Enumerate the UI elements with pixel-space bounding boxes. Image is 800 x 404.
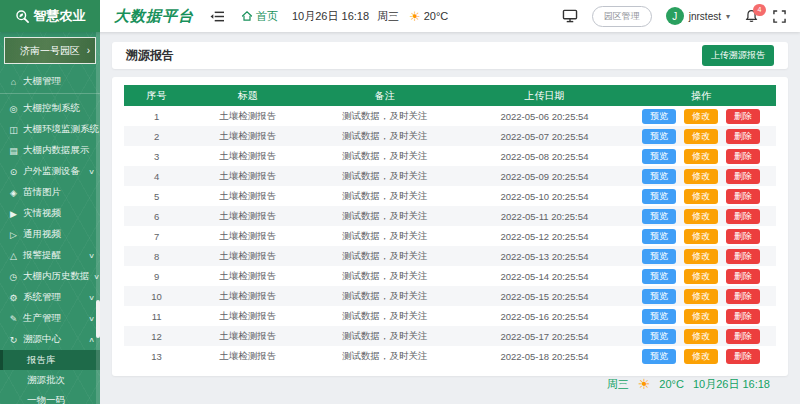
delete-button[interactable]: 删除 bbox=[726, 229, 760, 244]
table-row: 8土壤检测报告测试数据，及时关注2022-05-13 20:25:54预览修改删… bbox=[124, 246, 776, 266]
row-no: 10 bbox=[124, 286, 189, 306]
row-remark: 测试数据，及时关注 bbox=[307, 126, 463, 146]
modify-button[interactable]: 修改 bbox=[684, 129, 718, 144]
modify-button[interactable]: 修改 bbox=[684, 109, 718, 124]
preview-button[interactable]: 预览 bbox=[642, 169, 676, 184]
sun-icon: ☀ bbox=[409, 9, 421, 24]
modify-button[interactable]: 修改 bbox=[684, 249, 718, 264]
modify-button[interactable]: 修改 bbox=[684, 269, 718, 284]
sidebar-item-greenhouse-management[interactable]: ⌂大棚管理 bbox=[0, 70, 100, 94]
preview-button[interactable]: 预览 bbox=[642, 309, 676, 324]
column-header-no: 序号 bbox=[124, 85, 189, 106]
sidebar-scrollbar[interactable] bbox=[96, 32, 100, 404]
preview-button[interactable]: 预览 bbox=[642, 329, 676, 344]
row-actions: 预览修改删除 bbox=[626, 106, 776, 126]
preview-button[interactable]: 预览 bbox=[642, 249, 676, 264]
park-manage-button[interactable]: 园区管理 bbox=[592, 6, 652, 27]
modify-button[interactable]: 修改 bbox=[684, 349, 718, 364]
row-remark: 测试数据，及时关注 bbox=[307, 166, 463, 186]
sidebar-item-outdoor-monitoring-devices[interactable]: ⊙户外监测设备∨ bbox=[0, 161, 100, 182]
delete-button[interactable]: 删除 bbox=[726, 209, 760, 224]
monitor-icon[interactable] bbox=[562, 9, 578, 23]
sidebar-subitem-report-library[interactable]: 报告库 bbox=[0, 350, 100, 370]
modify-button[interactable]: 修改 bbox=[684, 309, 718, 324]
preview-button[interactable]: 预览 bbox=[642, 189, 676, 204]
modify-button[interactable]: 修改 bbox=[684, 169, 718, 184]
sidebar-item-label: 大棚内数据展示 bbox=[23, 144, 90, 157]
modify-button[interactable]: 修改 bbox=[684, 329, 718, 344]
delete-button[interactable]: 删除 bbox=[726, 309, 760, 324]
row-no: 6 bbox=[124, 206, 189, 226]
delete-button[interactable]: 删除 bbox=[726, 189, 760, 204]
preview-button[interactable]: 预览 bbox=[642, 289, 676, 304]
delete-button[interactable]: 删除 bbox=[726, 269, 760, 284]
preview-button[interactable]: 预览 bbox=[642, 349, 676, 364]
sidebar-subitem-trace-batches[interactable]: 溯源批次 bbox=[0, 370, 100, 390]
preview-button[interactable]: 预览 bbox=[642, 209, 676, 224]
fullscreen-icon[interactable] bbox=[773, 10, 786, 23]
sidebar-item-greenhouse-control-system[interactable]: ◎大棚控制系统 bbox=[0, 98, 100, 119]
park-name: 济南一号园区 bbox=[20, 44, 80, 58]
row-date: 2022-05-17 20:25:54 bbox=[463, 326, 626, 346]
sidebar-item-disaster-videos[interactable]: ▶灾情视频 bbox=[0, 203, 100, 224]
nav-home[interactable]: 首页 bbox=[241, 9, 278, 24]
preview-button[interactable]: 预览 bbox=[642, 129, 676, 144]
delete-button[interactable]: 删除 bbox=[726, 109, 760, 124]
sidebar-item-label: 大棚管理 bbox=[23, 75, 61, 88]
sidebar-item-label: 大棚控制系统 bbox=[23, 102, 80, 115]
sidebar-subitem-one-item-one-code[interactable]: 一物一码 bbox=[0, 390, 100, 404]
sidebar-item-alarm-reminders[interactable]: △报警提醒∨ bbox=[0, 245, 100, 266]
gear-icon: ⚙ bbox=[8, 293, 19, 303]
row-remark: 测试数据，及时关注 bbox=[307, 266, 463, 286]
delete-button[interactable]: 删除 bbox=[726, 169, 760, 184]
preview-button[interactable]: 预览 bbox=[642, 269, 676, 284]
username: jnrstest bbox=[689, 11, 721, 22]
park-selector[interactable]: 济南一号园区 › bbox=[4, 37, 96, 64]
modify-button[interactable]: 修改 bbox=[684, 189, 718, 204]
upload-report-button[interactable]: 上传溯源报告 bbox=[702, 45, 774, 66]
sidebar-item-general-videos[interactable]: ▷通用视频 bbox=[0, 224, 100, 245]
chevron-down-icon: ∨ bbox=[88, 252, 95, 260]
home-icon bbox=[241, 10, 253, 22]
row-title: 土壤检测报告 bbox=[189, 146, 306, 166]
delete-button[interactable]: 删除 bbox=[726, 249, 760, 264]
user-menu[interactable]: J jnrstest ▾ bbox=[666, 7, 730, 25]
sidebar-item-greenhouse-data-display[interactable]: ▤大棚内数据展示 bbox=[0, 140, 100, 161]
modify-button[interactable]: 修改 bbox=[684, 229, 718, 244]
table-row: 13土壤检测报告测试数据，及时关注2022-05-18 20:25:54预览修改… bbox=[124, 346, 776, 366]
modify-button[interactable]: 修改 bbox=[684, 289, 718, 304]
preview-button[interactable]: 预览 bbox=[642, 229, 676, 244]
chevron-down-icon: ∨ bbox=[88, 315, 95, 323]
sidebar-scrollbar-thumb[interactable] bbox=[96, 300, 100, 338]
sidebar-item-greenhouse-history-data[interactable]: ◷大棚内历史数据∨ bbox=[0, 266, 100, 287]
delete-button[interactable]: 删除 bbox=[726, 349, 760, 364]
delete-button[interactable]: 删除 bbox=[726, 149, 760, 164]
chevron-right-icon: › bbox=[87, 45, 90, 56]
sidebar-item-traceability-center[interactable]: ↻溯源中心∧ bbox=[0, 329, 100, 350]
collapse-menu-icon[interactable] bbox=[210, 10, 225, 23]
delete-button[interactable]: 删除 bbox=[726, 289, 760, 304]
sidebar-item-system-management[interactable]: ⚙系统管理∨ bbox=[0, 287, 100, 308]
row-title: 土壤检测报告 bbox=[189, 186, 306, 206]
table-row: 7土壤检测报告测试数据，及时关注2022-05-12 20:25:54预览修改删… bbox=[124, 226, 776, 246]
row-no: 13 bbox=[124, 346, 189, 366]
monitor-icon: ◫ bbox=[8, 125, 19, 135]
chevron-down-icon: ∨ bbox=[88, 294, 95, 302]
delete-button[interactable]: 删除 bbox=[726, 329, 760, 344]
footer-datetime: 10月26日 16:18 bbox=[693, 377, 770, 392]
table-row: 4土壤检测报告测试数据，及时关注2022-05-09 20:25:54预览修改删… bbox=[124, 166, 776, 186]
row-date: 2022-05-09 20:25:54 bbox=[463, 166, 626, 186]
row-date: 2022-05-06 20:25:54 bbox=[463, 106, 626, 126]
modify-button[interactable]: 修改 bbox=[684, 209, 718, 224]
sidebar-item-production-management[interactable]: ✎生产管理∨ bbox=[0, 308, 100, 329]
delete-button[interactable]: 删除 bbox=[726, 129, 760, 144]
preview-button[interactable]: 预览 bbox=[642, 149, 676, 164]
brand-name: 智慧农业 bbox=[34, 7, 86, 25]
row-title: 土壤检测报告 bbox=[189, 166, 306, 186]
sidebar-item-seedling-pictures[interactable]: ◈苗情图片 bbox=[0, 182, 100, 203]
row-date: 2022-05-18 20:25:54 bbox=[463, 346, 626, 366]
preview-button[interactable]: 预览 bbox=[642, 109, 676, 124]
modify-button[interactable]: 修改 bbox=[684, 149, 718, 164]
notifications-button[interactable]: 4 bbox=[744, 9, 759, 24]
sidebar-item-greenhouse-env-monitoring[interactable]: ◫大棚环境监测系统 bbox=[0, 119, 100, 140]
